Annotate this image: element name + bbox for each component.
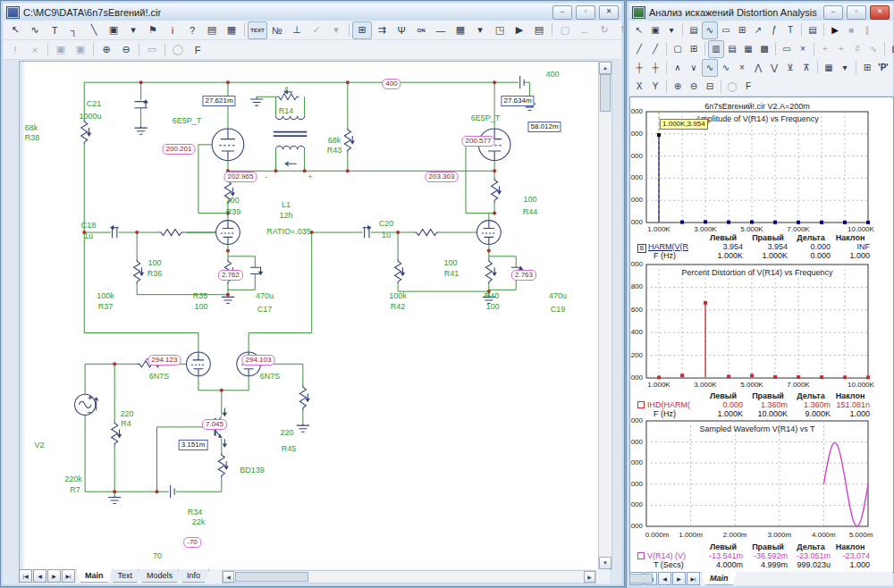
horizontal-scrollbar[interactable]: ◀ ▶ [222, 570, 596, 584]
scrollbar-thumb[interactable] [629, 574, 653, 584]
page-nav-button-2[interactable]: ◀ [658, 572, 671, 585]
vertical-scrollbar[interactable]: ▲ ▼ [598, 61, 612, 570]
box-mode-icon[interactable]: ▭ [718, 21, 734, 39]
trim-tool-icon[interactable]: × [795, 40, 811, 58]
global-low-tool-icon[interactable]: ⋁ [766, 59, 782, 77]
zoom-in-icon[interactable]: ⊕ [670, 78, 686, 96]
show-power-toggle-icon[interactable]: Ψ [392, 21, 411, 39]
run-button-icon[interactable]: ▶ [827, 21, 843, 39]
tab-text[interactable]: Text [109, 569, 142, 583]
grid-toggle-icon[interactable]: ▦ [451, 21, 470, 39]
grid-dropdown-icon[interactable]: ▾ [470, 21, 490, 39]
page-nav-button-3[interactable]: ▶| [62, 569, 75, 583]
branch-dropdown-icon[interactable]: ▾ [837, 59, 853, 77]
bottom-tool-icon[interactable]: ⊻ [782, 59, 798, 77]
line-point-tool-icon[interactable]: ╱ [647, 40, 663, 58]
font-button-icon[interactable]: F [188, 41, 207, 59]
show-wires-toggle-icon[interactable]: — [431, 21, 451, 39]
series-swatch[interactable] [637, 552, 645, 559]
select-tool-icon[interactable]: ↖ [5, 21, 25, 39]
scroll-up-icon[interactable]: ▲ [599, 62, 611, 74]
x-axis-settings-icon[interactable]: X [631, 78, 647, 96]
analysis-chart-panel[interactable]: 5.0004.0003.0002.0001.0000.0001.000K3.00… [629, 97, 894, 573]
valley-tool-icon[interactable]: ∨ [686, 59, 702, 77]
ortho-wire-tool-icon[interactable]: ┐ [64, 21, 84, 39]
hatch-vertical-icon[interactable]: ▥ [708, 40, 724, 58]
scroll-down-icon[interactable]: ▼ [599, 557, 611, 569]
scroll-right-icon[interactable]: ▶ [584, 571, 595, 583]
cursor-branch-marker[interactable]: B [637, 244, 646, 253]
close-button[interactable]: ✕ [870, 5, 890, 20]
maximize-button[interactable]: ▫ [576, 5, 595, 20]
help-mode-icon[interactable]: ? [182, 21, 202, 39]
grid-toggle-icon[interactable]: ⊞ [686, 40, 702, 58]
data-points-toggle-icon[interactable]: ⊞ [734, 21, 750, 39]
text-tool-icon[interactable]: T [782, 21, 798, 39]
hatch-dense-icon[interactable]: ▩ [756, 40, 772, 58]
analysis-titlebar[interactable]: Анализ искажений Distortion Analysis – ▫… [629, 4, 892, 21]
go-to-performance-icon[interactable]: 'P' [875, 59, 891, 77]
tab-main[interactable]: Main [76, 569, 113, 583]
numeric-output-icon[interactable]: ⊞ [859, 59, 875, 77]
flag-tool-icon[interactable]: ⚑ [143, 21, 163, 39]
peak-tool-icon[interactable]: ∧ [670, 59, 686, 77]
scope-mode-icon[interactable]: ▤ [686, 21, 702, 39]
show-condition-toggle-icon[interactable]: ON [411, 21, 431, 39]
info-mode-icon[interactable]: i [163, 21, 182, 39]
diagonal-wire-tool-icon[interactable]: ╲ [84, 21, 104, 39]
page-nav-button-4[interactable]: ▶| [687, 572, 700, 585]
schematic-titlebar[interactable]: C:\MC9\DATA\6n7sЕвгений!.cir – ▫ ✕ [4, 4, 621, 21]
wire-mode-tool-icon[interactable]: ∿ [25, 21, 45, 39]
minimize-button[interactable]: – [552, 5, 572, 20]
select-region-icon[interactable]: ▢ [670, 40, 686, 58]
tab-models[interactable]: Models [138, 569, 181, 583]
tab-main[interactable]: Main [701, 572, 738, 585]
top-tool-icon[interactable]: ⊼ [798, 59, 814, 77]
y-axis-settings-icon[interactable]: Y [647, 78, 663, 96]
close-button[interactable]: ✕ [599, 5, 619, 20]
cursor-right-icon[interactable]: ┼ [647, 59, 663, 77]
scope-settings-icon[interactable]: ▧ [888, 40, 894, 58]
cursor-mode-icon[interactable]: ↗ [750, 21, 766, 39]
text-tool-icon[interactable]: T [45, 21, 64, 39]
cursor-direction-icon[interactable]: ▶ [510, 21, 529, 39]
fft-mode-icon[interactable]: ƒ [766, 21, 782, 39]
global-high-tool-icon[interactable]: ⋀ [750, 59, 766, 77]
page-nav-button-1[interactable]: ◀ [33, 569, 46, 583]
hatch-grid-icon[interactable]: ▦ [740, 40, 756, 58]
low-tool-icon[interactable]: ∿ [718, 59, 734, 77]
page-nav-button-0[interactable]: |◀ [19, 569, 32, 583]
zoom-out-icon[interactable]: ⊖ [686, 78, 702, 96]
border-toggle-icon[interactable]: ◳ [490, 21, 510, 39]
font-button-icon[interactable]: F [740, 78, 756, 96]
schematic-canvas[interactable]: C211000u68kR386E5P_T4R1468kR434006E5P_T1… [19, 61, 600, 570]
panel-toggle-icon[interactable]: ▭ [779, 40, 795, 58]
maximize-button[interactable]: ▫ [847, 5, 866, 20]
component-dropdown-icon[interactable]: ▾ [123, 21, 143, 39]
cursor-left-icon[interactable]: ┼ [631, 59, 647, 77]
scrollbar-thumb[interactable] [235, 572, 308, 582]
minimize-button[interactable]: – [823, 5, 843, 20]
zoom-in-icon[interactable]: ⊕ [97, 41, 116, 59]
page-nav-button-2[interactable]: ▶ [47, 569, 61, 583]
zoom-box-icon[interactable]: ⊟ [702, 78, 718, 96]
scrollbar-thumb[interactable] [600, 74, 611, 112]
tab-info[interactable]: Info [178, 569, 209, 583]
component-dropdown-icon[interactable]: ▾ [663, 21, 679, 39]
region-enable-tool-icon[interactable]: ▤ [202, 21, 222, 39]
color-palette-icon[interactable]: ▦ [222, 21, 241, 39]
schematic-components[interactable] [75, 76, 536, 504]
properties-button-icon[interactable]: ▤ [805, 21, 821, 39]
show-node-numbers-icon[interactable]: № [267, 21, 287, 39]
go-to-branch-icon[interactable]: ▦ [821, 59, 837, 77]
high-tool-icon[interactable]: ∿ [702, 59, 718, 77]
show-meters-toggle-icon[interactable]: ⊞ [352, 21, 372, 39]
analysis-plots[interactable] [630, 97, 891, 570]
waveform-select-icon[interactable]: ∿ [702, 21, 718, 39]
inflection-tool-icon[interactable]: × [734, 59, 750, 77]
component-tool-icon[interactable]: ▣ [647, 21, 663, 39]
schematic-drawing[interactable] [20, 62, 599, 567]
schematic-wires[interactable] [84, 82, 529, 495]
select-tool-icon[interactable]: ↖ [631, 21, 647, 39]
line-tool-icon[interactable]: ╱ [631, 40, 647, 58]
